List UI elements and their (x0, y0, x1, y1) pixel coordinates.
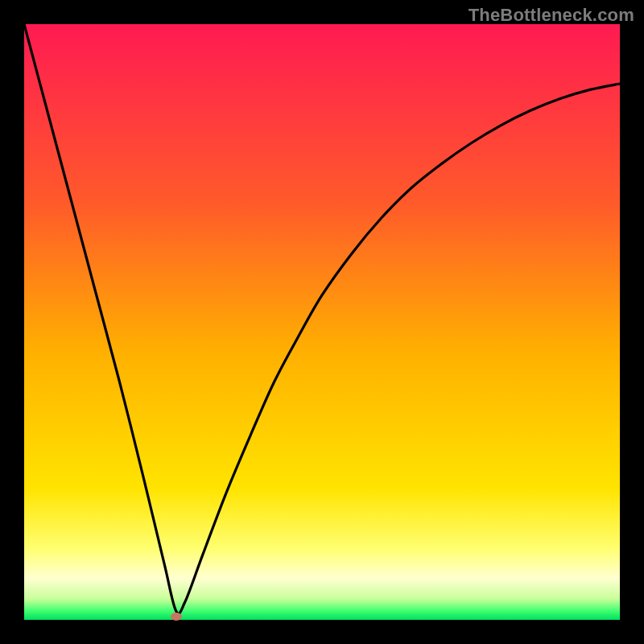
chart-frame: TheBottleneck.com (0, 0, 644, 644)
watermark-text: TheBottleneck.com (469, 5, 634, 26)
profile-curve (24, 24, 620, 613)
plot-area (24, 24, 620, 620)
min-marker (171, 613, 182, 621)
curve-layer (24, 24, 620, 620)
